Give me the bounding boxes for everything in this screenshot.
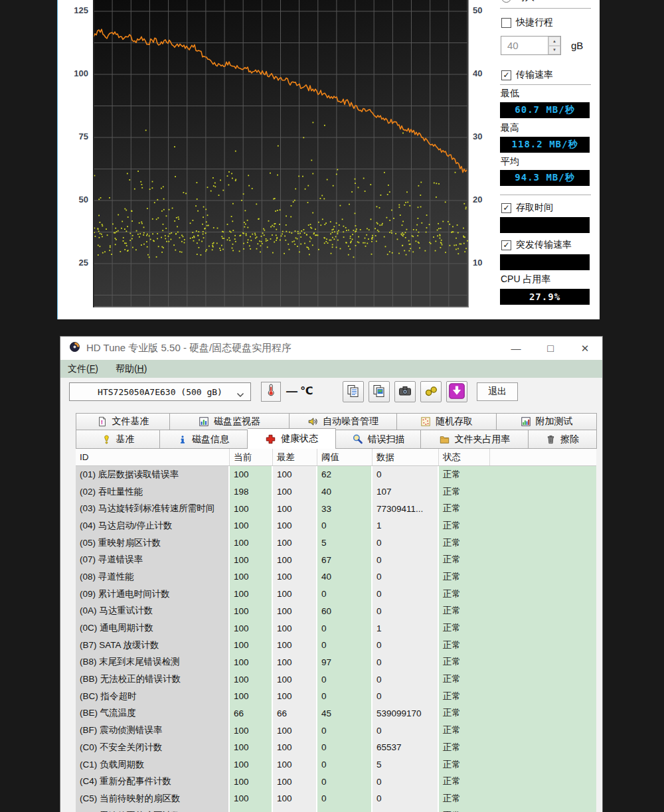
table-row[interactable]: (07) 寻道错误率100100670正常 [76,551,596,568]
min-speed-display: 60.7 MB/秒 [500,102,590,118]
shortstroke-size-input[interactable]: 40 ▲ ▼ [501,36,561,55]
close-button[interactable]: ✕ [568,337,602,360]
glasses-icon [424,384,438,400]
burst-rate-checkbox-row[interactable]: 突发传输速率 [501,239,572,251]
attribute-value: 正常 [439,586,596,603]
benchmark-icon [102,434,112,445]
menu-help[interactable]: 帮助(H) [116,363,147,375]
table-row[interactable]: (C1) 负载周期数10010005正常 [76,756,596,773]
view-options-button[interactable] [420,381,442,402]
table-row[interactable]: (08) 寻道性能100100400正常 [76,568,596,586]
table-row[interactable]: (B7) SATA 放缓计数10010000正常 [76,637,596,654]
left-axis-tick: 50 [64,195,88,204]
table-row[interactable]: (BB) 无法校正的错误计数10010000正常 [76,671,596,688]
tab-random-access[interactable]: 随机存取 [397,413,497,430]
table-row[interactable]: (04) 马达启动/停止计数10010001正常 [76,517,596,534]
access-time-label: 存取时间 [516,202,553,214]
table-row[interactable]: (03) 马达旋转到标准转速所需时间1001003377309411...正常 [76,500,596,517]
table-row[interactable]: (C5) 当前待映射的扇区数10010000正常 [76,790,596,807]
table-row[interactable]: (05) 重映射扇区计数10010050正常 [76,534,596,552]
tab-disk-info[interactable]: 磁盘信息 [160,430,248,449]
temperature-button[interactable] [261,382,281,402]
shortstroke-checkbox[interactable] [501,18,511,28]
attribute-value: 100 [273,619,317,637]
attribute-value: 100 [273,671,317,688]
column-header: 最差 [273,449,317,465]
attribute-value: 正常 [439,773,596,790]
attribute-value: 66 [230,705,273,722]
tab-file-benchmark[interactable]: !文件基准 [76,413,170,430]
spin-up-button[interactable]: ▲ [548,37,560,46]
table-row[interactable]: (BE) 气流温度666645539099170正常 [76,705,596,722]
transfer-rate-checkbox-row[interactable]: 传输速率 [501,69,553,81]
table-row[interactable]: (C6) 无法校正的扇区计数10010000正常 [76,807,596,812]
column-header: ID [76,449,230,465]
attribute-value: 正常 [439,534,596,552]
attribute-value: 100 [273,722,317,739]
minimize-button[interactable]: — [499,337,533,360]
radio-write[interactable]: 写入 [501,0,535,3]
table-row[interactable]: (0A) 马达重试计数100100600正常 [76,603,596,620]
spin-down-button[interactable]: ▼ [548,46,560,55]
burst-rate-checkbox[interactable] [501,240,511,250]
attribute-value: 0 [373,722,439,739]
tab-benchmark[interactable]: 基准 [76,430,160,449]
tab-extra-tests[interactable]: 附加测试 [497,413,597,430]
screenshot-button[interactable] [394,381,416,402]
attribute-value: 100 [230,688,273,705]
attribute-value: 0 [317,722,373,739]
copy-image-button[interactable] [369,381,390,402]
attribute-value: 100 [230,466,273,483]
maximize-button[interactable]: □ [533,337,568,360]
desktop-background: 1251007550255040302010 写入 快捷行程 40 ▲ ▼ gB [0,0,664,812]
tab-label: 文件基准 [112,416,149,428]
tab-erase[interactable]: 擦除 [529,430,597,449]
copy-text-button[interactable] [343,381,364,402]
table-row[interactable]: (09) 累计通电时间计数10010000正常 [76,586,596,603]
attribute-value: 40 [317,568,373,586]
update-icon [448,382,465,402]
update-button[interactable] [446,381,467,402]
attribute-value: 1 [373,619,439,637]
menu-file[interactable]: 文件(F) [68,363,98,375]
right-axis-tick: 40 [473,68,497,78]
tab-row-2: 基准磁盘信息健康状态错误扫描文件夹占用率擦除 [76,430,597,449]
attribute-value: 100 [230,619,273,637]
attribute-value: 100 [273,688,317,705]
transfer-rate-checkbox[interactable] [501,70,511,80]
attribute-value: 正常 [439,568,596,586]
attribute-value: 0 [373,603,439,620]
attribute-value: 0 [317,671,373,688]
table-row[interactable]: (C0) 不安全关闭计数100100065537正常 [76,739,596,756]
table-row[interactable]: (0C) 通电周期计数10010001正常 [76,619,596,637]
table-row[interactable]: (02) 吞吐量性能19810040107正常 [76,483,596,501]
exit-button[interactable]: 退出 [477,382,518,401]
table-row[interactable]: (BC) 指令超时10010000正常 [76,688,596,705]
table-row[interactable]: (BF) 震动侦测错误率10010000正常 [76,722,596,739]
right-axis-tick: 10 [473,258,497,268]
attribute-value: 0 [373,671,439,688]
column-header: 数据 [373,449,439,465]
divider [500,84,591,85]
attribute-value: 正常 [439,807,596,812]
shortstroke-checkbox-row[interactable]: 快捷行程 [501,17,553,29]
tab-health-status[interactable]: 健康状态 [248,428,336,449]
tab-error-scan[interactable]: 错误扫描 [336,430,421,449]
table-row[interactable]: (B8) 末尾到末尾错误检测100100970正常 [76,654,596,671]
attribute-value: 100 [273,807,317,812]
drive-select-dropdown[interactable]: HTS725050A7E630 (500 gB) [69,382,251,401]
attribute-value: 正常 [439,619,596,637]
attribute-value: 33 [317,500,373,517]
access-time-checkbox[interactable] [501,203,511,213]
copy-image-icon [372,384,386,400]
access-time-checkbox-row[interactable]: 存取时间 [501,202,553,214]
attribute-value: 正常 [439,722,596,739]
table-row[interactable]: (C4) 重新分配事件计数10010000正常 [76,773,596,790]
left-axis-tick: 75 [64,131,88,141]
burst-rate-label: 突发传输速率 [516,239,572,251]
benchmark-chart [93,0,469,307]
tab-folder-usage[interactable]: 文件夹占用率 [421,430,529,449]
thermometer-icon [265,384,277,400]
table-row[interactable]: (01) 底层数据读取错误率100100620正常 [76,466,596,483]
attribute-value: 100 [230,586,273,603]
